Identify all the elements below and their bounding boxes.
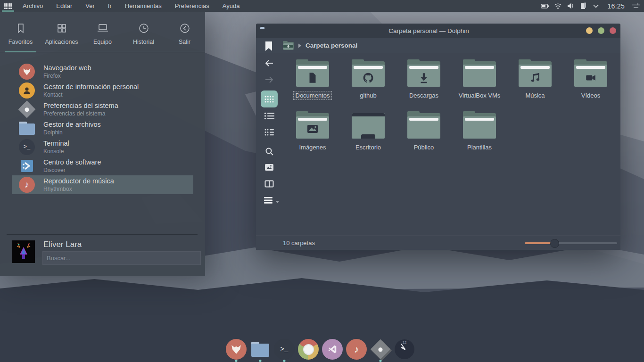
computer-icon [96,22,109,34]
system-settings-icon [19,101,35,117]
launcher-tabs: Favoritos Aplicaciones Equipo Historial … [0,12,205,52]
tab-aplicaciones[interactable]: Aplicaciones [41,12,82,52]
folder-escritorio[interactable]: Escritorio [340,111,396,152]
folder-videos[interactable]: Vídeos [563,59,619,100]
breadcrumb-location[interactable]: Carpeta personal [305,42,357,49]
icons-view-button[interactable] [261,90,278,107]
dock-konsole-icon[interactable]: >_ [274,339,295,360]
app-item-konsole[interactable]: >_ TerminalKonsole [12,138,193,156]
zoom-slider-handle[interactable] [550,239,559,248]
app-item-discover[interactable]: Centro de softwareDiscover [12,156,193,175]
user-avatar[interactable] [12,240,35,263]
folder-publico[interactable]: Público [396,111,452,152]
app-item-system-settings[interactable]: Preferencias del sistemaPreferencias del… [12,100,193,119]
app-title: Preferencias del sistema [43,102,118,110]
dock-dolphin-icon[interactable] [250,339,271,360]
menu-archivo[interactable]: Archivo [16,0,50,12]
tab-equipo[interactable]: Equipo [82,12,123,52]
kontact-icon [19,82,35,99]
details-view-button[interactable] [261,123,278,140]
app-subtitle: Discover [43,167,101,173]
app-title: Navegador web [43,64,91,72]
folder-label: Documentos [293,91,332,100]
window-title: Carpeta personal — Dolphin [284,24,573,38]
desktop-folder-icon [352,111,385,139]
menu-ir[interactable]: Ir [101,0,118,12]
tab-label: Salir [179,39,190,45]
zoom-slider-fill [525,242,554,244]
maximize-button[interactable] [598,27,604,34]
clipboard-icon[interactable] [579,2,587,10]
app-launcher-button[interactable] [0,0,16,12]
menu-button[interactable] [261,192,282,209]
folder-label: Vídeos [579,91,603,100]
tab-salir[interactable]: Salir [164,12,205,52]
dock-rhythmbox-icon[interactable]: ♪ [346,339,367,360]
history-icon [138,22,150,34]
preview-button[interactable] [261,159,278,176]
footer-separator [7,234,198,235]
app-item-dolphin[interactable]: Gestor de archivosDolphin [12,119,193,138]
folder-github[interactable]: github [340,59,396,100]
folder-musica[interactable]: Música [507,59,563,100]
location-toolbar: Carpeta personal [256,38,620,53]
folder-label: Público [412,143,437,152]
app-subtitle: Kontact [43,91,139,98]
close-button[interactable] [610,27,616,34]
app-title: Reproductor de música [43,177,114,185]
app-subtitle: Preferencias del sistema [43,110,118,117]
dock-clock-icon[interactable]: 12 [394,339,415,360]
app-subtitle: Dolphin [43,129,101,136]
dock: >_ ♪ 12 [226,339,415,360]
dock-chrome-icon[interactable] [298,339,319,360]
volume-icon[interactable] [566,2,575,10]
tab-historial[interactable]: Historial [123,12,164,52]
folder-plantillas[interactable]: Plantillas [452,111,507,152]
dock-system-settings-icon[interactable] [370,339,391,360]
user-name: Eliver Lara [43,240,82,249]
split-view-button[interactable] [261,175,278,192]
home-folder-icon [283,41,294,50]
status-folder-count: 10 carpetas [283,239,315,247]
menu-editar[interactable]: Editar [50,0,79,12]
minimize-button[interactable] [586,27,593,34]
forward-button[interactable] [261,71,278,88]
menu-preferencias[interactable]: Preferencias [168,0,216,12]
dock-vscode-icon[interactable] [322,339,343,360]
video-glyph [585,72,597,84]
image-glyph [306,123,319,135]
back-button[interactable] [261,55,278,72]
breadcrumb-home-button[interactable] [283,41,294,50]
menu-herramientas[interactable]: Herramientas [118,0,168,12]
panel-settings-icon[interactable] [632,2,640,10]
app-item-rhythmbox[interactable]: ♪ Reproductor de músicaRhythmbox [12,175,193,194]
app-item-firefox[interactable]: Navegador webFirefox [12,62,193,81]
clock[interactable]: 16:25 [604,2,627,10]
wifi-icon[interactable] [553,2,562,10]
tab-favoritos[interactable]: Favoritos [0,12,41,52]
chevron-down-icon[interactable] [592,2,600,10]
dock-firefox-icon[interactable] [226,339,247,360]
app-item-kontact[interactable]: Gestor de información personalKontact [12,81,193,100]
search-input[interactable] [42,251,201,265]
statusbar: 10 carpetas [256,235,620,250]
tab-label: Equipo [93,39,112,45]
tab-label: Historial [133,39,154,45]
menu-ver[interactable]: Ver [79,0,101,12]
folder-virtualbox-vms[interactable]: VirtualBox VMs [452,59,507,100]
bookmark-toolbar-icon[interactable] [265,41,272,51]
rhythmbox-icon: ♪ [19,177,35,193]
folder-label: Escritorio [353,143,383,152]
list-view-button[interactable] [261,107,278,124]
folder-descargas[interactable]: Descargas [396,59,452,100]
folder-documentos[interactable]: Documentos [285,59,340,100]
folder-label: Plantillas [465,143,494,152]
zoom-slider[interactable] [525,242,617,244]
battery-icon[interactable] [541,2,549,10]
menu-ayuda[interactable]: Ayuda [216,0,247,12]
titlebar[interactable]: Carpeta personal — Dolphin [256,24,620,38]
search-button[interactable] [261,143,278,160]
firefox-icon [19,64,35,80]
folder-imagenes[interactable]: Imágenes [285,111,340,152]
konsole-icon: >_ [19,139,35,155]
